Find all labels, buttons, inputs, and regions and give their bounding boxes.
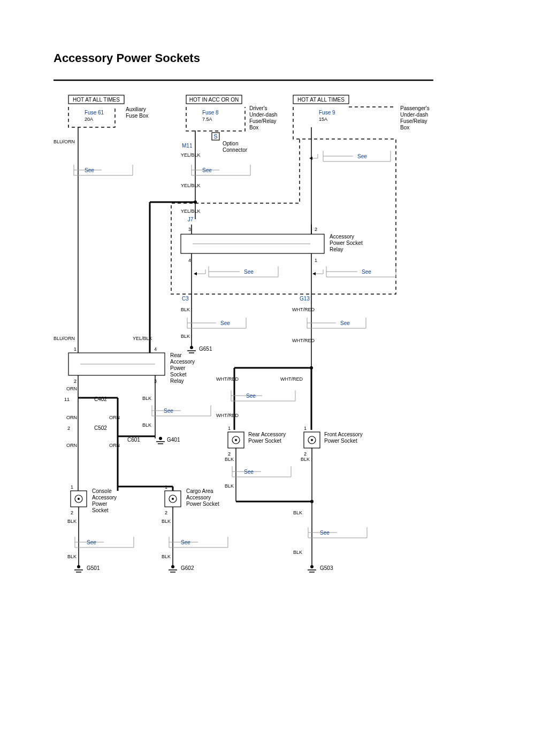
wire-blk-5: BLK — [225, 457, 234, 462]
wire-blk-3: BLK — [142, 396, 151, 401]
pin-4: 4 — [188, 258, 191, 263]
see-ref-box[interactable]: See — [232, 466, 291, 477]
fuse-8-link[interactable]: Fuse 8 — [202, 110, 219, 115]
g503-label: G503 — [320, 565, 333, 571]
see-ref-box[interactable]: See — [75, 537, 134, 547]
rear-relay-4: Socket — [170, 372, 187, 377]
g13-link[interactable]: G13 — [300, 296, 310, 302]
svg-point-70 — [78, 498, 80, 500]
wire-orn-1: ORN — [66, 386, 77, 391]
aux-box-label-1: Auxiliary — [126, 106, 146, 112]
svg-point-85 — [171, 565, 174, 568]
svg-point-33 — [190, 346, 193, 349]
ground-icon — [308, 565, 316, 572]
header-hot-3: HOT AT ALL TIMES — [297, 97, 345, 103]
see-ref-box[interactable]: See — [187, 318, 246, 328]
rear-sock-2: Power Socket — [248, 438, 281, 444]
drv-box-4: Box — [249, 125, 258, 130]
wire-whtred-5: WHT/RED — [216, 413, 239, 418]
svg-text:See: See — [244, 269, 254, 275]
svg-text:See: See — [87, 539, 96, 545]
drv-box-3: Fuse/Relay — [249, 118, 277, 124]
wire-blk-10: BLK — [67, 519, 77, 524]
wire-whtred-4: WHT/RED — [280, 376, 303, 382]
wire-blk-c3: BLK — [181, 307, 190, 312]
svg-text:See: See — [220, 320, 230, 326]
cargo-1: Cargo Area — [186, 488, 213, 494]
pin-2d: 2 — [304, 451, 307, 457]
pin-2e: 2 — [71, 510, 73, 515]
rr-pin-1: 1 — [74, 346, 77, 352]
wire-orn-4: ORN — [109, 415, 120, 420]
wire-blk-13: BLK — [162, 554, 171, 559]
svg-text:See: See — [85, 167, 94, 173]
ground-icon — [156, 437, 165, 444]
pin-2c: 2 — [228, 451, 231, 457]
cons-3: Power — [92, 501, 108, 507]
see-ref-box[interactable]: See — [194, 266, 278, 277]
see-ref-box[interactable]: See — [152, 405, 211, 416]
wire-blk-7: BLK — [225, 483, 234, 489]
svg-text:See: See — [181, 539, 190, 545]
cargo-2: Accessory — [186, 495, 211, 500]
svg-text:See: See — [202, 167, 212, 173]
rear-relay-1: Rear — [170, 352, 182, 358]
g501-label: G501 — [87, 565, 100, 571]
pas-box-1: Passenger's — [400, 105, 430, 111]
see-ref-box[interactable]: See — [169, 537, 228, 547]
see-ref-box[interactable]: See — [308, 527, 367, 538]
pin-11: 11 — [64, 397, 70, 402]
pas-box-3: Fuse/Relay — [400, 118, 427, 124]
rr-pin-4: 4 — [154, 346, 157, 352]
ground-icon — [187, 346, 196, 353]
opt-conn-1: Option — [223, 141, 238, 146]
see-ref-box[interactable]: See — [307, 318, 366, 328]
svg-text:See: See — [340, 320, 350, 326]
wire-blk-12: BLK — [67, 554, 77, 559]
see-ref-box[interactable]: See — [74, 165, 133, 175]
pin-2f: 2 — [165, 510, 167, 515]
pin-1: 1 — [315, 258, 317, 263]
c601-label: C601 — [127, 437, 140, 443]
front-sock-1: Front Accessory — [324, 431, 363, 437]
svg-text:See: See — [244, 469, 254, 475]
aux-box-label-2: Fuse Box — [126, 113, 148, 119]
c3-link[interactable]: C3 — [182, 296, 189, 302]
fuse-61-amp: 20A — [85, 117, 93, 122]
rear-sock-1: Rear Accessory — [248, 431, 286, 437]
wire-bluorn-2: BLU/ORN — [54, 336, 75, 341]
s-connector[interactable]: S — [213, 133, 217, 140]
aps-relay-3: Relay — [330, 246, 343, 252]
cons-4: Socket — [92, 507, 109, 513]
wire-blk-4: BLK — [142, 422, 151, 428]
rear-relay-5: Relay — [170, 378, 184, 384]
front-sock-2: Power Socket — [324, 438, 357, 444]
fuse-9-link[interactable]: Fuse 9 — [319, 110, 335, 115]
g651-label: G651 — [199, 346, 212, 352]
svg-text:See: See — [164, 408, 173, 414]
fuse-61-link[interactable]: Fuse 61 — [85, 110, 104, 115]
svg-point-51 — [159, 437, 162, 440]
see-ref-box[interactable]: See — [231, 390, 295, 401]
wire-yelblk-4: YEL/BLK — [181, 209, 201, 214]
wire-yelblk-2: YEL/BLK — [181, 183, 201, 188]
see-ref-box[interactable]: See — [309, 151, 391, 161]
see-ref-box[interactable]: See — [192, 165, 250, 175]
svg-point-56 — [235, 439, 237, 441]
wire-blk-8: BLK — [293, 510, 302, 515]
svg-point-82 — [77, 565, 80, 568]
wire-blk-11: BLK — [162, 519, 171, 524]
rr-pin-2: 2 — [74, 379, 77, 384]
g401-label: G401 — [167, 437, 180, 443]
svg-text:See: See — [320, 530, 330, 536]
pin-3: 3 — [188, 227, 191, 232]
svg-text:See: See — [362, 269, 371, 275]
see-ref-box[interactable]: See — [312, 266, 396, 277]
m11-link[interactable]: M11 — [182, 143, 193, 149]
c502-label: C502 — [94, 425, 107, 431]
pas-box-2: Under-dash — [400, 112, 428, 118]
pin-1c: 1 — [228, 426, 231, 431]
j7-link[interactable]: J7 — [188, 217, 194, 222]
wire-yelblk-1: YEL/BLK — [181, 152, 201, 158]
fuse-9-amp: 15A — [319, 117, 327, 122]
